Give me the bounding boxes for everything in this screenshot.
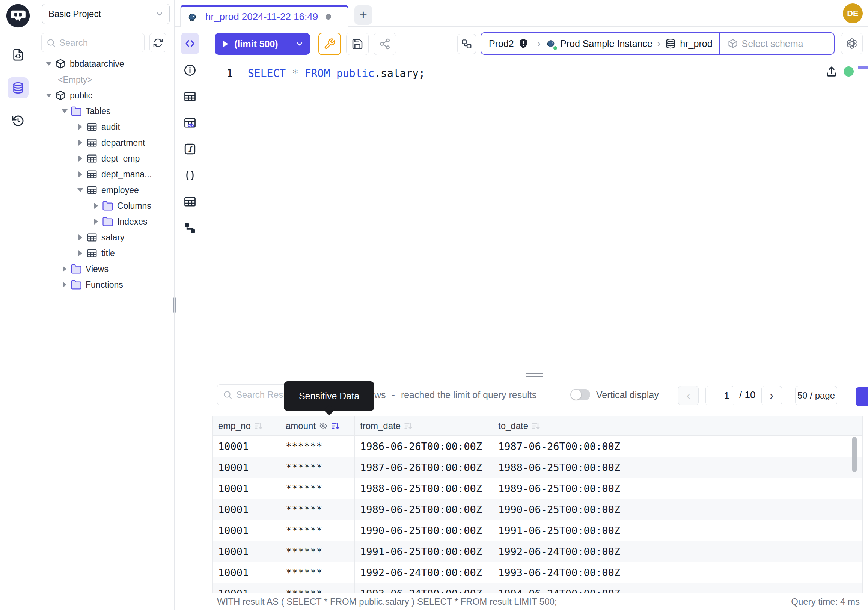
table-cell[interactable]: 10001 xyxy=(213,478,281,499)
ai-assistant-button[interactable] xyxy=(841,33,863,54)
project-selector[interactable]: Basic Project xyxy=(42,4,170,24)
caret-right-icon[interactable] xyxy=(77,250,84,257)
caret-down-icon[interactable] xyxy=(45,60,53,68)
table-cell[interactable] xyxy=(633,583,863,593)
table-cell[interactable]: ****** xyxy=(281,436,355,457)
table-cell[interactable] xyxy=(633,478,863,499)
table-row[interactable]: 10001******1991-06-25T00:00:00Z1992-06-2… xyxy=(213,541,863,562)
new-tab-button[interactable]: + xyxy=(354,5,372,25)
table-cell[interactable]: 10001 xyxy=(213,562,281,583)
worksheet-icon[interactable] xyxy=(8,44,28,65)
table-row[interactable]: 10001******1988-06-25T00:00:00Z1989-06-2… xyxy=(213,478,863,499)
caret-right-icon[interactable] xyxy=(77,155,84,162)
history-icon[interactable] xyxy=(8,110,28,132)
results-side-panel-button[interactable] xyxy=(856,387,868,406)
schema-diagram-icon[interactable] xyxy=(183,221,197,235)
tree-item-tables[interactable]: Tables xyxy=(36,103,175,119)
table-cell[interactable]: 10001 xyxy=(213,520,281,541)
info-icon[interactable] xyxy=(183,64,197,77)
tree-item-bbdataarchive[interactable]: bbdataarchive xyxy=(36,56,175,72)
table-cell[interactable]: 1992-06-24T00:00:00Z xyxy=(355,562,493,583)
tree-item-empty[interactable]: <Empty> xyxy=(36,72,175,87)
sort-icon[interactable] xyxy=(254,421,263,430)
caret-right-icon[interactable] xyxy=(92,218,100,225)
caret-right-icon[interactable] xyxy=(77,123,84,131)
results-resize-handle[interactable] xyxy=(525,373,543,377)
page-number-input[interactable] xyxy=(706,386,734,405)
table-cell[interactable] xyxy=(633,541,863,562)
upload-sql-icon[interactable] xyxy=(825,65,838,78)
table-cell[interactable]: 1990-06-25T00:00:00Z xyxy=(355,520,493,541)
schema-selector[interactable]: Select schema xyxy=(719,33,834,54)
table-cell[interactable]: 10001 xyxy=(213,583,281,593)
table-data-icon[interactable] xyxy=(183,195,197,208)
column-header-to_date[interactable]: to_date xyxy=(493,416,633,435)
sort-active-icon[interactable] xyxy=(331,421,340,430)
table-cell[interactable] xyxy=(633,520,863,541)
table-cell[interactable]: ****** xyxy=(281,541,355,562)
run-query-button[interactable]: (limit 500) xyxy=(215,33,310,55)
tree-item-title[interactable]: title xyxy=(36,245,175,261)
table-cell[interactable]: 10001 xyxy=(213,499,281,520)
panel-resize-handle[interactable] xyxy=(173,298,177,312)
prev-page-button[interactable]: ‹ xyxy=(678,386,699,405)
table-cell[interactable] xyxy=(633,499,863,520)
table-cell[interactable]: ****** xyxy=(281,520,355,541)
instance-name[interactable]: Prod Sample Instance xyxy=(560,38,653,49)
tree-item-functions[interactable]: Functions xyxy=(36,277,175,293)
table-cell[interactable]: ****** xyxy=(281,583,355,593)
database-icon[interactable] xyxy=(8,78,28,98)
table-cell[interactable]: 1993-06-24T00:00:00Z xyxy=(355,583,493,593)
caret-right-icon[interactable] xyxy=(92,202,100,210)
connection-breadcrumb[interactable]: Prod2 › Prod Sample Instance › hr_prod S… xyxy=(480,32,835,55)
caret-right-icon[interactable] xyxy=(77,234,84,241)
table-row[interactable]: 10001******1987-06-26T00:00:00Z1988-06-2… xyxy=(213,457,863,478)
table-cell[interactable]: ****** xyxy=(281,478,355,499)
tree-item-dept-emp[interactable]: dept_emp xyxy=(36,151,175,166)
caret-right-icon[interactable] xyxy=(77,171,84,178)
tree-item-public[interactable]: public xyxy=(36,87,175,103)
table-cell[interactable]: 1992-06-24T00:00:00Z xyxy=(493,541,633,562)
tree-item-audit[interactable]: audit xyxy=(36,119,175,135)
column-header-from_date[interactable]: from_date xyxy=(355,416,493,435)
table-cell[interactable]: 1988-06-25T00:00:00Z xyxy=(355,478,493,499)
tree-item-dept-mana[interactable]: dept_mana... xyxy=(36,166,175,182)
format-sql-button[interactable] xyxy=(318,33,341,55)
table-row[interactable]: 10001******1992-06-24T00:00:00Z1993-06-2… xyxy=(213,562,863,583)
page-number-box[interactable] xyxy=(705,386,734,405)
bytebase-logo[interactable] xyxy=(5,3,31,28)
table-cell[interactable]: 1993-06-24T00:00:00Z xyxy=(493,562,633,583)
table-row[interactable]: 10001******1989-06-25T00:00:00Z1990-06-2… xyxy=(213,499,863,520)
sql-statement[interactable]: SELECT * FROM public.salary; xyxy=(248,67,425,80)
sort-icon[interactable] xyxy=(531,421,540,430)
save-button[interactable] xyxy=(346,33,369,55)
table-cell[interactable]: 1988-06-25T00:00:00Z xyxy=(493,457,633,478)
caret-right-icon[interactable] xyxy=(61,281,68,289)
table-cell[interactable]: ****** xyxy=(281,499,355,520)
parentheses-icon[interactable] xyxy=(183,169,197,182)
tree-item-department[interactable]: department xyxy=(36,135,175,151)
table-cell[interactable]: 1986-06-26T00:00:00Z xyxy=(355,436,493,457)
table-cell[interactable]: 1991-06-25T00:00:00Z xyxy=(493,520,633,541)
tree-item-columns[interactable]: Columns xyxy=(36,198,175,214)
function-icon[interactable]: f xyxy=(183,142,197,156)
code-line[interactable]: 1 SELECT * FROM public.salary; xyxy=(205,65,868,82)
next-page-button[interactable]: › xyxy=(761,386,782,405)
table-info-icon[interactable] xyxy=(183,90,197,103)
table-scrollbar[interactable] xyxy=(852,437,857,472)
table-cell[interactable]: ****** xyxy=(281,457,355,478)
table-row[interactable]: 10001******1993-06-24T00:00:00Z1994-06-2… xyxy=(213,583,863,593)
tree-item-views[interactable]: Views xyxy=(36,261,175,277)
tree-item-employee[interactable]: employee xyxy=(36,182,175,198)
sensitive-columns-icon[interactable] xyxy=(183,116,197,130)
table-cell[interactable]: 10001 xyxy=(213,457,281,478)
page-size-select[interactable]: 50 / page xyxy=(795,386,837,405)
column-header-emp_no[interactable]: emp_no xyxy=(213,416,281,435)
connection-panel-button[interactable] xyxy=(457,34,476,54)
table-cell[interactable]: 1989-06-25T00:00:00Z xyxy=(355,499,493,520)
database-name[interactable]: hr_prod xyxy=(680,38,712,49)
refresh-icon[interactable] xyxy=(149,33,166,52)
share-button[interactable] xyxy=(374,33,396,55)
table-cell[interactable]: 1994-06-24T00:00:00Z xyxy=(493,583,633,593)
tab-hr-prod[interactable]: hr_prod 2024-11-22 16:49 xyxy=(180,5,349,27)
